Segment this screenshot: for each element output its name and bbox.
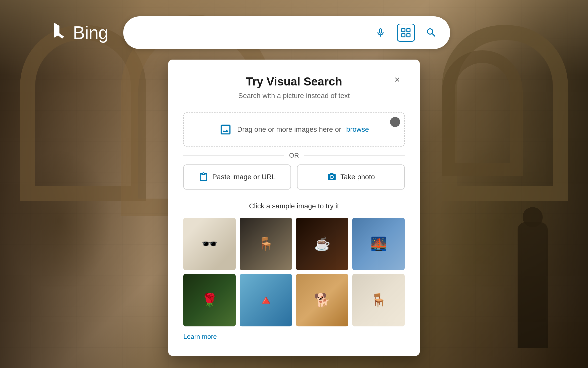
or-line-left (183, 155, 284, 156)
drag-image-icon (219, 123, 232, 136)
microphone-icon (375, 27, 386, 38)
svg-rect-0 (402, 29, 405, 32)
take-photo-button[interactable]: Take photo (297, 164, 405, 190)
search-bar (123, 16, 450, 49)
sample-title: Click a sample image to try it (183, 202, 405, 210)
modal-title: Try Visual Search (198, 75, 390, 88)
camera-icon (327, 172, 337, 182)
sample-image-rose[interactable]: 🌹 (183, 274, 236, 326)
svg-rect-2 (402, 34, 405, 37)
paste-icon (199, 172, 208, 182)
modal-title-area: Try Visual Search Search with a picture … (198, 75, 390, 100)
svg-rect-3 (407, 34, 410, 37)
sample-image-coffee[interactable]: ☕ (296, 218, 348, 270)
action-buttons: Paste image or URL Take photo (183, 164, 405, 190)
sample-image-chair[interactable]: 🪑 (352, 274, 405, 326)
browse-link[interactable]: browse (346, 125, 369, 133)
dropzone-text: Drag one or more images here or (237, 125, 341, 133)
bing-logo[interactable]: Bing (50, 22, 108, 43)
drop-zone[interactable]: Drag one or more images here or browse i (183, 112, 405, 147)
close-icon: × (394, 74, 400, 85)
sample-image-dining-room[interactable]: 🪑 (240, 218, 292, 270)
search-input[interactable] (133, 27, 367, 38)
visual-search-modal: Try Visual Search Search with a picture … (168, 60, 420, 356)
or-text: OR (289, 152, 299, 159)
sample-section: Click a sample image to try it 🕶️ 🪑 ☕ 🌉 … (183, 202, 405, 341)
search-magnify-icon (426, 27, 437, 38)
top-bar: Bing (0, 0, 588, 65)
svg-rect-1 (407, 29, 410, 32)
bing-logo-text: Bing (73, 22, 108, 43)
arch-curve-inner-right (442, 50, 523, 176)
microphone-button[interactable] (372, 24, 389, 41)
sample-image-louvre[interactable]: 🔺 (240, 274, 292, 326)
info-icon[interactable]: i (390, 117, 400, 127)
drop-zone-content: Drag one or more images here or browse (191, 123, 397, 136)
close-button[interactable]: × (390, 72, 405, 87)
sample-image-sydney[interactable]: 🌉 (352, 218, 405, 270)
search-icons (372, 24, 440, 42)
or-divider: OR (183, 152, 405, 159)
visual-search-icon (400, 27, 411, 38)
learn-more-link[interactable]: Learn more (183, 333, 217, 341)
statue-silhouette (518, 222, 548, 348)
paste-button-label: Paste image or URL (212, 173, 276, 181)
search-button[interactable] (423, 24, 440, 41)
modal-header: Try Visual Search Search with a picture … (183, 75, 405, 100)
bing-logo-icon (50, 23, 68, 43)
take-photo-label: Take photo (341, 173, 375, 181)
sample-image-dogs[interactable]: 🐕 (296, 274, 348, 326)
modal-subtitle: Search with a picture instead of text (198, 92, 390, 100)
visual-search-button[interactable] (397, 24, 415, 42)
sample-image-sunglasses[interactable]: 🕶️ (183, 218, 236, 270)
sample-grid: 🕶️ 🪑 ☕ 🌉 🌹 🔺 🐕 🪑 (183, 218, 405, 326)
or-line-right (304, 155, 405, 156)
paste-image-button[interactable]: Paste image or URL (183, 164, 291, 190)
